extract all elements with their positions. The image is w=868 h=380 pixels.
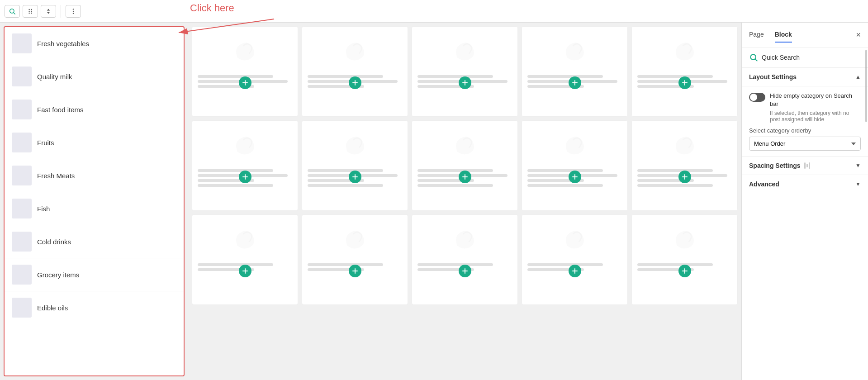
advanced-header[interactable]: Advanced ▼ (742, 175, 868, 193)
product-line (198, 263, 273, 266)
product-line (637, 184, 713, 187)
add-to-cart-button[interactable] (459, 265, 471, 277)
sidebar-item-label: Quality milk (37, 73, 72, 81)
sidebar-item-grocery-items[interactable]: Grocery items (5, 258, 184, 291)
add-to-cart-button[interactable] (459, 76, 471, 89)
spacing-settings-header[interactable]: Spacing Settings ▼ (742, 157, 868, 175)
content-row-2 (192, 120, 738, 211)
sidebar-item-thumb (12, 298, 32, 318)
toolbar-separator (61, 5, 61, 18)
add-to-cart-button[interactable] (678, 265, 691, 277)
sidebar-item-thumb (12, 265, 32, 285)
product-icon (449, 36, 481, 63)
sidebar-item-label: Fresh vegetables (37, 40, 89, 48)
sidebar-item-edible-oils[interactable]: Edible oils (5, 291, 184, 324)
svg-point-9 (73, 10, 74, 11)
product-card (192, 120, 298, 211)
product-card (631, 26, 738, 117)
product-icon (339, 224, 371, 252)
svg-point-5 (31, 10, 32, 11)
add-to-cart-button[interactable] (349, 76, 361, 89)
top-toolbar: Click here (0, 0, 868, 23)
product-line (417, 263, 493, 266)
add-to-cart-button[interactable] (569, 76, 581, 89)
hide-empty-category-toggle[interactable] (749, 93, 765, 102)
sidebar-item-cold-drinks[interactable]: Cold drinks (5, 225, 184, 258)
category-orderby-select[interactable]: Menu Order Name ID Count Slug (749, 137, 861, 151)
spacing-settings-title: Spacing Settings (749, 162, 801, 169)
toggle-label: Hide empty category on Search bar (770, 92, 861, 108)
layout-settings-header[interactable]: Layout Settings ▲ (742, 68, 868, 86)
product-line (198, 169, 273, 172)
product-image (667, 128, 703, 160)
toggle-description: If selected, then category with no post … (770, 110, 861, 123)
add-to-cart-button[interactable] (239, 171, 251, 183)
quick-search-icon (749, 53, 758, 62)
product-icon (339, 130, 371, 157)
add-to-cart-button[interactable] (349, 171, 361, 183)
product-image (337, 222, 373, 254)
product-image (227, 222, 263, 254)
sidebar-item-fresh-vegetables[interactable]: Fresh vegetables (5, 27, 184, 60)
product-image (337, 34, 373, 66)
sidebar-item-quality-milk[interactable]: Quality milk (5, 60, 184, 93)
product-icon (449, 130, 481, 157)
product-card (412, 120, 518, 211)
spacing-bar (804, 162, 806, 169)
hide-empty-category-row: Hide empty category on Search bar If sel… (749, 92, 861, 123)
product-icon (669, 224, 701, 252)
tab-block[interactable]: Block (775, 27, 792, 43)
svg-point-0 (10, 9, 14, 13)
product-line (308, 263, 383, 266)
sidebar-item-fresh-meats[interactable]: Fresh Meats (5, 159, 184, 192)
product-card (522, 120, 628, 211)
sidebar-item-fast-food-items[interactable]: Fast food items (5, 93, 184, 126)
product-card (302, 26, 408, 117)
arrows-button[interactable] (41, 5, 56, 18)
product-card (412, 214, 518, 305)
add-to-cart-button[interactable] (678, 171, 691, 183)
add-to-cart-button[interactable] (569, 171, 581, 183)
click-here-annotation: Click here (190, 2, 234, 14)
product-image (227, 34, 263, 66)
sidebar-item-label: Fish (37, 205, 50, 213)
spacing-settings-chevron-down-icon: ▼ (855, 162, 861, 169)
product-card (192, 214, 298, 305)
add-to-cart-button[interactable] (569, 265, 581, 277)
sidebar-item-label: Edible oils (37, 304, 68, 312)
select-category-label: Select category orderby (749, 127, 861, 134)
drag-button[interactable] (23, 5, 38, 18)
panel-tabs: Page Block × (742, 23, 868, 48)
sidebar-item-thumb (12, 133, 32, 152)
sidebar-item-thumb (12, 66, 32, 86)
add-to-cart-button[interactable] (459, 171, 471, 183)
spacing-bar (809, 162, 810, 169)
sidebar-item-fruits[interactable]: Fruits (5, 126, 184, 159)
add-to-cart-button[interactable] (239, 265, 251, 277)
sidebar-item-fish[interactable]: Fish (5, 192, 184, 225)
search-button[interactable] (5, 5, 20, 18)
right-panel: Page Block × Quick Search Layout Setting… (741, 23, 868, 380)
product-icon (559, 36, 591, 63)
add-to-cart-button[interactable] (239, 76, 251, 89)
product-image (557, 34, 593, 66)
panel-close-button[interactable]: × (856, 30, 861, 40)
product-icon (229, 130, 261, 157)
sidebar-item-thumb (12, 166, 32, 185)
sidebar-list: Fresh vegetables Quality milk Fast food … (4, 26, 185, 376)
scrollbar[interactable] (865, 50, 867, 122)
product-line (198, 75, 273, 78)
sidebar-item-label: Grocery items (37, 271, 79, 279)
tab-page[interactable]: Page (749, 27, 764, 43)
more-options-button[interactable] (66, 5, 81, 18)
product-card (631, 214, 738, 305)
product-line (308, 75, 383, 78)
svg-point-10 (73, 13, 74, 14)
add-to-cart-button[interactable] (678, 76, 691, 89)
layout-settings-title: Layout Settings (749, 73, 797, 81)
sidebar-item-label: Fresh Meats (37, 172, 75, 180)
add-to-cart-button[interactable] (349, 265, 361, 277)
product-icon (229, 36, 261, 63)
svg-point-13 (750, 54, 756, 60)
product-card (522, 214, 628, 305)
